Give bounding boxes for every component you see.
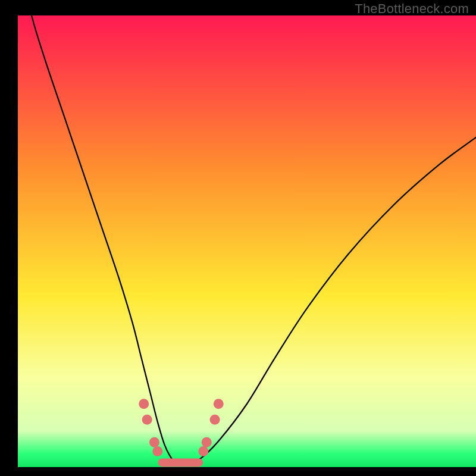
curve-marker-dot (149, 437, 159, 447)
curve-marker-dot (210, 415, 220, 425)
attribution-text: TheBottleneck.com (355, 1, 469, 17)
plot-background (18, 15, 476, 467)
chart-container: { "attribution": "TheBottleneck.com", "c… (0, 0, 476, 476)
curve-marker-dot (139, 399, 149, 409)
curve-marker-dot (142, 415, 152, 425)
curve-marker-dot (198, 446, 208, 456)
curve-marker-dot (214, 399, 224, 409)
curve-marker-dot (152, 446, 162, 456)
curve-marker-dot (202, 437, 212, 447)
bottleneck-chart (0, 0, 476, 476)
